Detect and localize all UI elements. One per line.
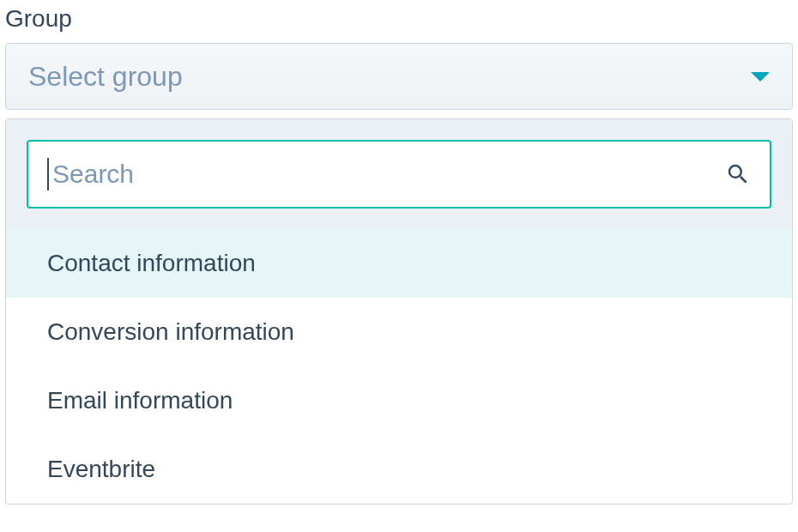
dropdown-search-wrapper [6, 119, 792, 229]
search-input[interactable] [52, 160, 725, 189]
dropdown-panel: Contact information Conversion informati… [5, 118, 793, 505]
dropdown-option-contact-information[interactable]: Contact information [6, 229, 792, 298]
search-box[interactable] [27, 140, 771, 209]
dropdown-list: Contact information Conversion informati… [6, 229, 792, 504]
dropdown-option-label: Contact information [47, 250, 256, 277]
text-cursor [47, 158, 49, 190]
dropdown-option-email-information[interactable]: Email information [6, 366, 792, 435]
dropdown-option-eventbrite[interactable]: Eventbrite [6, 435, 792, 504]
group-field-container: Group Select group Contact information C… [5, 5, 793, 505]
dropdown-option-label: Eventbrite [47, 456, 155, 483]
select-placeholder: Select group [28, 61, 183, 93]
dropdown-option-conversion-information[interactable]: Conversion information [6, 298, 792, 366]
dropdown-option-label: Conversion information [47, 318, 294, 346]
chevron-down-icon [751, 72, 770, 82]
dropdown-option-label: Email information [47, 387, 233, 414]
field-label: Group [5, 5, 793, 33]
group-select-trigger[interactable]: Select group [5, 43, 793, 110]
search-icon [725, 161, 751, 187]
